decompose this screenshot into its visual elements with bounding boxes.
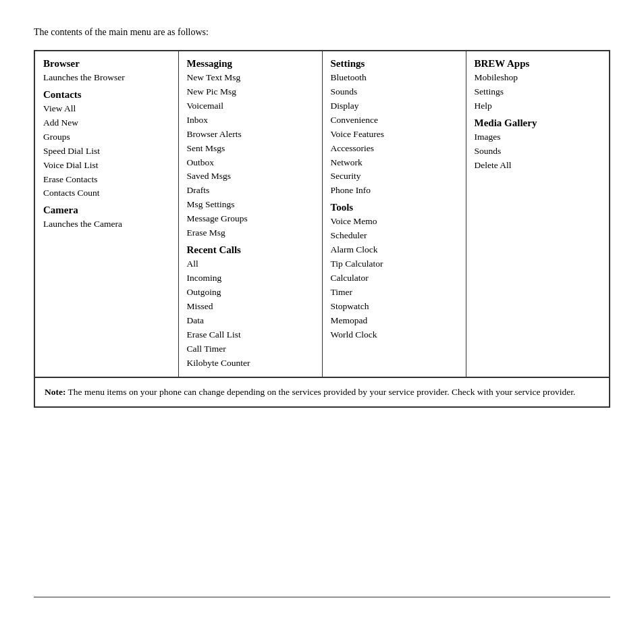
item-2-0-7: Security (331, 169, 458, 184)
item-1-0-1: New Pic Msg (187, 85, 314, 99)
item-1-0-11: Erase Msg (187, 226, 314, 240)
item-2-1-2: Alarm Clock (331, 243, 458, 257)
item-2-1-5: Timer (331, 286, 458, 300)
item-1-0-10: Message Groups (187, 212, 314, 226)
item-2-0-8: Phone Info (331, 184, 458, 198)
item-2-0-6: Network (331, 156, 458, 170)
item-2-1-3: Tip Calculator (331, 257, 458, 271)
item-1-1-0: All (187, 257, 314, 271)
item-1-1-1: Incoming (187, 271, 314, 286)
item-3-1-2: Delete All (475, 159, 601, 173)
item-1-1-5: Erase Call List (187, 328, 314, 342)
item-0-1-5: Erase Contacts (43, 173, 170, 187)
note-body: The menu items on your phone can change … (65, 387, 575, 397)
main-table: BrowserLaunches the BrowserContactsView … (34, 50, 610, 408)
item-1-0-9: Msg Settings (187, 198, 314, 212)
item-0-1-3: Speed Dial List (43, 144, 170, 159)
section-heading-3-1: Media Gallery (475, 117, 601, 129)
section-heading-0-0: Browser (43, 58, 170, 70)
item-3-0-1: Settings (475, 85, 601, 99)
section-heading-1-0: Messaging (187, 58, 314, 70)
item-0-1-2: Groups (43, 130, 170, 144)
item-1-0-7: Saved Msgs (187, 169, 314, 184)
item-2-1-8: World Clock (331, 328, 458, 342)
column-3: BREW AppsMobileshopSettingsHelpMedia Gal… (466, 51, 610, 377)
item-2-1-1: Scheduler (331, 229, 458, 243)
section-heading-3-0: BREW Apps (475, 58, 601, 70)
item-1-1-7: Kilobyte Counter (187, 356, 314, 371)
item-0-1-0: View All (43, 102, 170, 116)
section-heading-0-1: Contacts (43, 89, 170, 101)
note-cell: Note: The menu items on your phone can c… (34, 377, 610, 407)
item-1-1-3: Missed (187, 300, 314, 314)
item-3-0-0: Mobileshop (475, 71, 601, 85)
item-2-0-2: Display (331, 99, 458, 113)
section-heading-1-1: Recent Calls (187, 244, 314, 256)
item-2-0-0: Bluetooth (331, 71, 458, 85)
item-2-0-4: Voice Features (331, 128, 458, 142)
item-1-0-8: Drafts (187, 184, 314, 198)
item-1-1-2: Outgoing (187, 286, 314, 300)
note-bold: Note: (45, 387, 65, 397)
item-2-1-4: Calculator (331, 271, 458, 286)
item-1-0-0: New Text Msg (187, 71, 314, 85)
column-0: BrowserLaunches the BrowserContactsView … (34, 51, 178, 377)
section-heading-0-2: Camera (43, 205, 170, 216)
item-1-0-5: Sent Msgs (187, 142, 314, 156)
item-2-0-1: Sounds (331, 85, 458, 99)
item-2-1-0: Voice Memo (331, 215, 458, 229)
intro-text: The contents of the main menu are as fol… (34, 27, 610, 38)
item-2-0-3: Convenience (331, 113, 458, 128)
column-1: MessagingNew Text MsgNew Pic MsgVoicemai… (178, 51, 322, 377)
item-0-2-0: Launches the Camera (43, 217, 170, 232)
item-1-0-3: Inbox (187, 113, 314, 128)
section-heading-2-1: Tools (331, 202, 458, 213)
item-3-1-0: Images (475, 130, 601, 144)
item-0-1-6: Contacts Count (43, 186, 170, 200)
bottom-divider (34, 597, 610, 597)
item-1-1-4: Data (187, 314, 314, 328)
item-3-1-1: Sounds (475, 144, 601, 159)
item-2-0-5: Accessories (331, 142, 458, 156)
note-text: Note: The menu items on your phone can c… (45, 387, 575, 397)
section-heading-2-0: Settings (331, 58, 458, 70)
item-1-0-6: Outbox (187, 156, 314, 170)
item-0-1-1: Add New (43, 116, 170, 130)
item-2-1-7: Memopad (331, 314, 458, 328)
item-3-0-2: Help (475, 99, 601, 113)
item-1-0-4: Browser Alerts (187, 128, 314, 142)
item-0-0-0: Launches the Browser (43, 71, 170, 85)
item-0-1-4: Voice Dial List (43, 159, 170, 173)
item-1-0-2: Voicemail (187, 99, 314, 113)
note-row: Note: The menu items on your phone can c… (34, 377, 610, 407)
item-1-1-6: Call Timer (187, 342, 314, 356)
item-2-1-6: Stopwatch (331, 300, 458, 314)
column-2: SettingsBluetoothSoundsDisplayConvenienc… (322, 51, 466, 377)
